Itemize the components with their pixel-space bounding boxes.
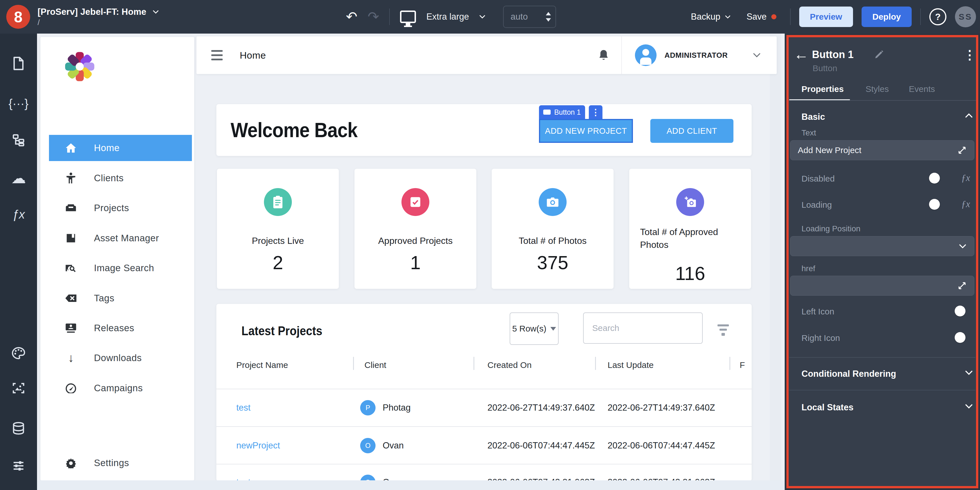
assets-image-icon[interactable] — [0, 381, 37, 395]
welcome-card: Welcome Back Button 1 ⋮ ADD NEW PROJECT … — [216, 104, 752, 156]
col-header-project-name[interactable]: Project Name — [236, 360, 288, 370]
section-conditional-rendering[interactable]: Conditional Rendering — [802, 369, 896, 379]
back-arrow-icon[interactable]: ← — [794, 47, 808, 62]
href-input[interactable] — [790, 276, 974, 296]
hamburger-menu-icon[interactable] — [211, 50, 223, 60]
stat-label: Total # of Photos — [492, 236, 614, 246]
database-icon[interactable] — [0, 422, 37, 436]
undo-icon[interactable]: ↶ — [346, 10, 357, 24]
table-title: Latest Projects — [242, 324, 331, 338]
pages-icon[interactable] — [0, 56, 37, 71]
col-header-last-update[interactable]: Last Update — [608, 360, 654, 370]
tab-properties[interactable]: Properties — [802, 84, 844, 94]
deploy-button[interactable]: Deploy — [862, 6, 912, 27]
left-rail: {···} ☁ ƒx — [0, 33, 37, 490]
sidebar-item-home[interactable]: Home — [49, 135, 192, 161]
preview-button[interactable]: Preview — [799, 6, 853, 27]
add-client-button[interactable]: ADD CLIENT — [650, 119, 733, 143]
backup-button[interactable]: Backup — [691, 12, 730, 22]
col-divider[interactable] — [353, 357, 354, 370]
add-new-project-button[interactable]: ADD NEW PROJECT — [539, 119, 633, 143]
selected-widget-label[interactable]: Button 1 — [539, 105, 585, 119]
inspector-selection-outline: ← Button 1 ⋮ Button Properties Styles Ev… — [786, 35, 978, 488]
app-title: [ProServ] Jebel-FT: Home — [38, 7, 146, 17]
loading-position-select[interactable] — [790, 236, 974, 256]
sidebar-item-projects[interactable]: Projects — [49, 195, 192, 221]
loading-fx-button[interactable]: ƒx — [961, 199, 970, 209]
sidebar-item-label: Campaigns — [94, 383, 143, 393]
created-on: 2022-06-27T14:49:37.640Z — [487, 403, 595, 413]
builder-logo[interactable]: 8 — [6, 5, 30, 29]
project-link[interactable]: newProject — [236, 441, 280, 451]
divider — [790, 8, 791, 25]
col-header-clipped[interactable]: F — [740, 360, 745, 370]
sidebar-item-label: Settings — [94, 458, 129, 468]
user-avatar[interactable] — [635, 44, 657, 66]
search-input[interactable] — [584, 313, 702, 343]
save-button[interactable]: Save — [746, 12, 776, 22]
stepper-down-icon[interactable] — [546, 18, 551, 22]
section-basic[interactable]: Basic — [802, 112, 825, 122]
filter-icon[interactable] — [717, 324, 729, 338]
app-title-chevron-down-icon[interactable] — [153, 10, 159, 14]
help-icon[interactable]: ? — [929, 8, 947, 25]
zoom-stepper[interactable]: auto — [503, 6, 556, 28]
sidebar-item-clients[interactable]: Clients — [49, 165, 192, 191]
stat-card-approved-photos: Total # of Approved Photos 116 — [629, 169, 751, 289]
col-header-client[interactable]: Client — [364, 360, 387, 370]
app-header: Home ADMINISTRATOR — [196, 36, 777, 74]
sidebar-item-image-search[interactable]: Image Search — [49, 255, 192, 281]
notifications-bell-icon[interactable] — [598, 49, 609, 62]
text-field-label: Text — [802, 128, 816, 138]
sidebar-item-releases[interactable]: Releases — [49, 315, 192, 341]
viewport-chevron-down-icon[interactable] — [479, 15, 485, 19]
text-field-input[interactable]: Add New Project — [790, 140, 974, 160]
col-divider[interactable] — [595, 357, 596, 370]
row-divider — [216, 389, 752, 389]
unsaved-dot-icon — [771, 14, 776, 19]
functions-icon[interactable]: ƒx — [0, 208, 37, 221]
sidebar-item-campaigns[interactable]: Campaigns — [49, 375, 192, 401]
stepper-up-icon[interactable] — [546, 12, 551, 15]
sidebar-item-asset-manager[interactable]: Asset Manager — [49, 225, 192, 251]
settings-sliders-icon[interactable] — [0, 459, 37, 473]
chevron-up-icon[interactable] — [965, 113, 973, 118]
stat-label: Projects Live — [217, 236, 339, 246]
chevron-down-icon[interactable] — [965, 370, 973, 375]
theme-palette-icon[interactable] — [0, 347, 37, 360]
expand-editor-icon[interactable] — [958, 281, 967, 290]
disabled-fx-button[interactable]: ƒx — [961, 173, 970, 183]
cloud-datasources-icon[interactable]: ☁ — [0, 170, 37, 187]
button-widget-icon — [543, 109, 550, 115]
widget-kebab-menu-icon[interactable]: ⋮ — [589, 105, 603, 119]
col-divider[interactable] — [729, 357, 730, 370]
sidebar-item-settings[interactable]: Settings — [49, 450, 192, 476]
user-menu-chevron-down-icon[interactable] — [753, 52, 761, 58]
col-divider[interactable] — [474, 357, 474, 370]
chevron-down-icon[interactable] — [965, 404, 973, 409]
person-icon — [64, 173, 78, 184]
col-header-created-on[interactable]: Created On — [487, 360, 531, 370]
table-search[interactable] — [583, 312, 703, 344]
section-local-states[interactable]: Local States — [802, 402, 854, 412]
rows-per-page-select[interactable]: 5 Row(s) — [510, 312, 558, 345]
sidebar-item-tags[interactable]: Tags — [49, 285, 192, 311]
tab-events[interactable]: Events — [909, 84, 935, 94]
expand-editor-icon[interactable] — [958, 146, 967, 155]
topbar: 8 [ProServ] Jebel-FT: Home / ↶ ↷ Extra l… — [0, 0, 980, 33]
zoom-stepper-arrows[interactable] — [546, 12, 551, 22]
canvas-scrollbar[interactable] — [770, 33, 781, 480]
app-canvas: Home Clients Projects Asset Manager — [37, 33, 785, 490]
code-braces-icon[interactable]: {···} — [0, 97, 37, 110]
tab-styles[interactable]: Styles — [865, 84, 889, 94]
components-tree-icon[interactable] — [0, 133, 37, 147]
rename-pencil-icon[interactable] — [874, 50, 884, 59]
project-link[interactable]: test — [236, 403, 251, 413]
viewport-select[interactable]: Extra large — [426, 12, 469, 22]
redo-icon[interactable]: ↷ — [368, 10, 379, 24]
user-avatar[interactable]: SS — [955, 6, 976, 27]
stat-value: 116 — [629, 263, 751, 284]
widget-name: Button 1 — [554, 108, 581, 116]
sidebar-item-downloads[interactable]: ↓ Downloads — [49, 345, 192, 371]
widget-options-kebab-icon[interactable]: ⋮ — [964, 48, 976, 62]
